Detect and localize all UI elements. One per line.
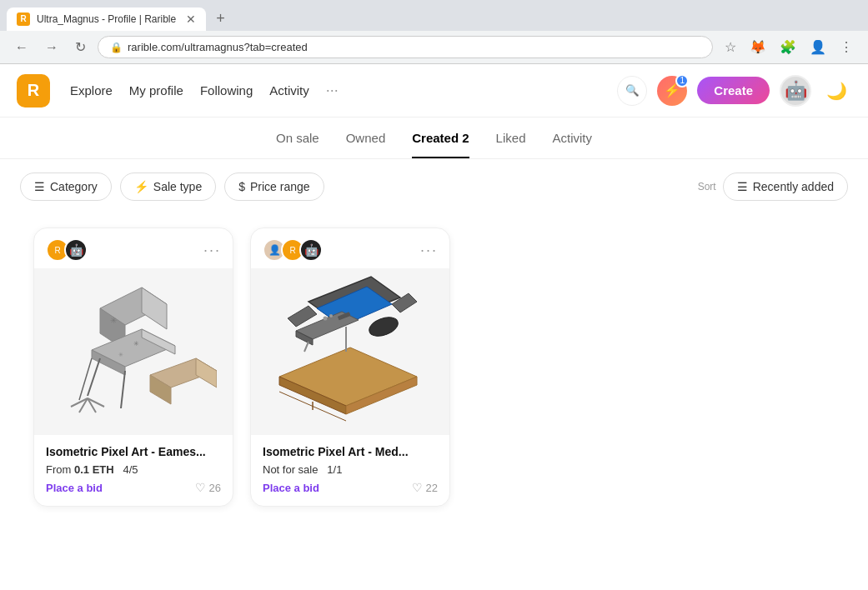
notification-button[interactable]: ⚡ 1 xyxy=(657,76,687,106)
svg-point-33 xyxy=(324,317,328,321)
category-filter-button[interactable]: ☰ Category xyxy=(20,172,112,201)
heart-icon: ♡ xyxy=(195,481,206,494)
nav-more-button[interactable]: ··· xyxy=(326,82,339,99)
bookmark-button[interactable]: ☆ xyxy=(720,36,741,58)
header-right: 🔍 ⚡ 1 Create 🤖 🌙 xyxy=(617,75,851,107)
search-button[interactable]: 🔍 xyxy=(617,76,647,106)
card-1-likes: ♡ 26 xyxy=(195,481,221,494)
card-1-title: Isometric Pixel Art - Eames... xyxy=(46,445,221,458)
tab-liked[interactable]: Liked xyxy=(496,131,526,158)
forward-button[interactable]: → xyxy=(40,37,63,58)
card-2-likes: ♡ 22 xyxy=(412,481,438,494)
svg-point-32 xyxy=(367,313,401,339)
card-1-avatars: R 🤖 xyxy=(46,238,88,262)
card-2-bid-button[interactable]: Place a bid xyxy=(263,482,319,494)
card-1-price-prefix: From xyxy=(46,463,71,476)
cards-grid: R 🤖 ··· xyxy=(0,214,868,520)
category-label: Category xyxy=(50,180,98,193)
card-2-body: Isometric Pixel Art - Med... Not for sal… xyxy=(251,435,449,506)
card-1-bid-button[interactable]: Place a bid xyxy=(46,482,103,494)
sale-type-filter-button[interactable]: ⚡ Sale type xyxy=(120,172,216,201)
reload-button[interactable]: ↻ xyxy=(70,36,91,58)
app-header: R Explore My profile Following Activity … xyxy=(0,64,868,118)
tab-activity[interactable]: Activity xyxy=(552,131,592,158)
sort-value: Recently added xyxy=(753,180,834,193)
card-1-menu-button[interactable]: ··· xyxy=(203,242,221,259)
svg-marker-19 xyxy=(279,348,417,406)
card-2-avatar-3: 🤖 xyxy=(299,238,323,262)
card-1-price-value: 0.1 ETH xyxy=(74,463,114,476)
card-2-header: 👤 R 🤖 ··· xyxy=(251,228,449,268)
address-bar[interactable]: 🔒 rarible.com/ultramagnus?tab=created xyxy=(98,36,713,58)
extension-fox-button[interactable]: 🦊 xyxy=(745,36,771,58)
nav-explore[interactable]: Explore xyxy=(70,83,113,98)
card-1-header: R 🤖 ··· xyxy=(34,228,233,268)
tab-close-button[interactable]: ✕ xyxy=(186,12,196,26)
sale-type-icon: ⚡ xyxy=(134,180,148,193)
card-1-price: From 0.1 ETH 4/5 xyxy=(46,463,221,476)
card-2-footer: Place a bid ♡ 22 xyxy=(263,481,438,494)
card-1-edition: 4/5 xyxy=(123,463,138,476)
price-range-label: Price range xyxy=(250,180,310,193)
tab-on-sale[interactable]: On sale xyxy=(276,131,319,158)
dark-mode-toggle[interactable]: 🌙 xyxy=(821,76,851,106)
heart-icon-2: ♡ xyxy=(412,481,423,494)
card-2-title: Isometric Pixel Art - Med... xyxy=(263,445,438,458)
card-2-image xyxy=(251,268,449,435)
profile-tabs: On sale Owned Created 2 Liked Activity xyxy=(0,118,868,159)
rarible-logo[interactable]: R xyxy=(17,74,50,108)
svg-line-30 xyxy=(304,342,309,352)
card-2-avatars: 👤 R 🤖 xyxy=(263,238,323,262)
sort-icon: ☰ xyxy=(737,180,748,193)
url-text: rarible.com/ultramagnus?tab=created xyxy=(128,41,308,53)
back-button[interactable]: ← xyxy=(10,37,33,58)
create-button[interactable]: Create xyxy=(697,77,770,104)
nft-card-2[interactable]: 👤 R 🤖 ··· xyxy=(250,228,450,507)
card-2-price: Not for sale 1/1 xyxy=(263,463,438,476)
card-2-price-prefix: Not for sale xyxy=(263,463,318,476)
card-1-like-count: 26 xyxy=(209,482,221,494)
header-nav: Explore My profile Following Activity ··… xyxy=(70,82,339,99)
profile-button[interactable]: 👤 xyxy=(805,36,831,58)
nav-activity[interactable]: Activity xyxy=(269,83,309,98)
tab-favicon: R xyxy=(17,12,30,26)
nav-my-profile[interactable]: My profile xyxy=(129,83,183,98)
tab-created[interactable]: Created 2 xyxy=(412,131,469,158)
filter-bar: ☰ Category ⚡ Sale type $ Price range Sor… xyxy=(0,159,868,214)
filter-icon: ☰ xyxy=(34,180,45,193)
avatar-image: 🤖 xyxy=(785,80,807,102)
active-tab[interactable]: R Ultra_Magnus - Profile | Rarible ✕ xyxy=(7,8,206,31)
new-tab-button[interactable]: + xyxy=(209,7,232,31)
svg-line-10 xyxy=(121,371,125,408)
price-icon: $ xyxy=(238,180,245,193)
svg-line-11 xyxy=(79,358,92,400)
svg-marker-2 xyxy=(142,288,167,329)
sort-label: Sort xyxy=(698,181,716,192)
card-1-footer: Place a bid ♡ 26 xyxy=(46,481,221,494)
sale-type-label: Sale type xyxy=(153,180,202,193)
sort-wrapper: Sort ☰ Recently added xyxy=(698,172,848,201)
notification-badge: 1 xyxy=(675,74,689,88)
svg-text:✳: ✳ xyxy=(110,316,117,325)
svg-point-34 xyxy=(329,314,333,318)
lock-icon: 🔒 xyxy=(110,42,123,53)
tab-title: Ultra_Magnus - Profile | Rarible xyxy=(37,13,176,25)
puzzle-extension-button[interactable]: 🧩 xyxy=(775,36,801,58)
svg-text:✳: ✳ xyxy=(133,340,139,348)
sort-button[interactable]: ☰ Recently added xyxy=(723,172,848,201)
tab-bar: R Ultra_Magnus - Profile | Rarible ✕ + xyxy=(0,0,868,31)
card-2-like-count: 22 xyxy=(426,482,438,494)
nft-card-1[interactable]: R 🤖 ··· xyxy=(33,228,233,507)
browser-nav-bar: ← → ↻ 🔒 rarible.com/ultramagnus?tab=crea… xyxy=(0,31,868,63)
browser-nav-actions: ☆ 🦊 🧩 👤 ⋮ xyxy=(720,36,858,58)
card-1-avatar-2: 🤖 xyxy=(64,238,88,262)
user-avatar[interactable]: 🤖 xyxy=(780,75,811,107)
nav-following[interactable]: Following xyxy=(200,83,253,98)
menu-button[interactable]: ⋮ xyxy=(835,36,858,58)
card-2-menu-button[interactable]: ··· xyxy=(420,242,438,259)
price-range-filter-button[interactable]: $ Price range xyxy=(224,172,324,201)
card-1-image: ✳ ✳ ✳ xyxy=(34,268,233,435)
card-2-edition: 1/1 xyxy=(327,463,342,476)
tab-owned[interactable]: Owned xyxy=(346,131,386,158)
svg-marker-8 xyxy=(196,358,217,388)
